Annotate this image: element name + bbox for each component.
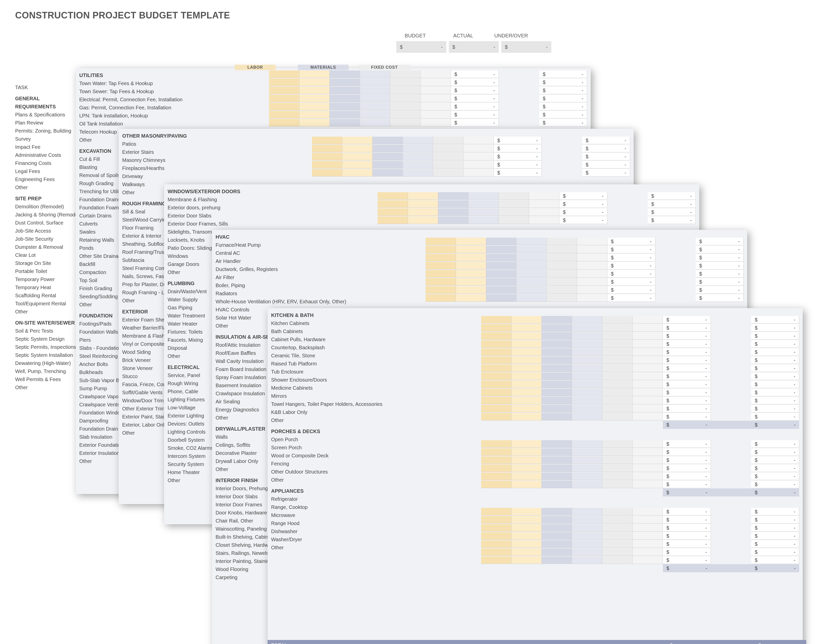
- labor1-cell[interactable]: [426, 270, 456, 277]
- labor2-cell[interactable]: [456, 262, 486, 269]
- mat2-cell[interactable]: [516, 238, 547, 245]
- actual-cell[interactable]: $-: [696, 278, 744, 286]
- fix1-cell[interactable]: [547, 270, 577, 277]
- labor1-cell[interactable]: [481, 348, 511, 356]
- fix1-cell[interactable]: [390, 103, 421, 110]
- mat1-cell[interactable]: [486, 294, 516, 302]
- mat1-cell[interactable]: [486, 254, 516, 261]
- labor1-cell[interactable]: [378, 192, 408, 200]
- labor1-cell[interactable]: [312, 153, 342, 160]
- budget-cell[interactable]: $-: [663, 356, 711, 364]
- labor2-cell[interactable]: [511, 316, 542, 324]
- fix2-cell[interactable]: [633, 548, 663, 556]
- labor1-cell[interactable]: [312, 145, 342, 152]
- labor1-cell[interactable]: [481, 389, 511, 396]
- budget-cell[interactable]: $-: [607, 270, 655, 277]
- mat2-cell[interactable]: [572, 548, 602, 556]
- mat1-cell[interactable]: [542, 481, 572, 488]
- mat2-cell[interactable]: [403, 169, 433, 177]
- budget-cell[interactable]: $-: [663, 556, 711, 564]
- mat1-cell[interactable]: [542, 473, 572, 480]
- budget-cell[interactable]: $-: [607, 238, 655, 245]
- fix2-cell[interactable]: [529, 192, 560, 200]
- fix2-cell[interactable]: [633, 456, 663, 464]
- labor1-cell[interactable]: [481, 405, 511, 412]
- mat1-cell[interactable]: [438, 192, 468, 200]
- mat1-cell[interactable]: [373, 169, 403, 177]
- mat1-cell[interactable]: [542, 548, 572, 556]
- fix1-cell[interactable]: [547, 286, 577, 294]
- labor2-cell[interactable]: [456, 294, 486, 302]
- fix1-cell[interactable]: [390, 79, 421, 86]
- labor2-cell[interactable]: [511, 456, 542, 464]
- actual-cell[interactable]: $-: [751, 440, 799, 448]
- actual-cell[interactable]: $-: [582, 145, 630, 152]
- labor1-cell[interactable]: [481, 508, 511, 515]
- mat1-cell[interactable]: [542, 397, 572, 404]
- actual-cell[interactable]: $-: [582, 169, 630, 177]
- budget-cell[interactable]: $-: [663, 316, 711, 324]
- labor2-cell[interactable]: [299, 111, 330, 118]
- fix2-cell[interactable]: [421, 79, 451, 86]
- mat1-cell[interactable]: [542, 456, 572, 464]
- budget-cell[interactable]: $-: [494, 161, 542, 169]
- labor1-cell[interactable]: [481, 381, 511, 388]
- budget-cell[interactable]: $-: [607, 246, 655, 253]
- mat1-cell[interactable]: [330, 111, 360, 118]
- actual-cell[interactable]: $-: [539, 95, 587, 102]
- fix2-cell[interactable]: [633, 389, 663, 396]
- labor2-cell[interactable]: [342, 145, 373, 152]
- fix2-cell[interactable]: [577, 254, 607, 261]
- fix2-cell[interactable]: [633, 405, 663, 412]
- mat2-cell[interactable]: [468, 192, 499, 200]
- mat1-cell[interactable]: [438, 208, 468, 216]
- mat1-cell[interactable]: [486, 278, 516, 286]
- fix1-cell[interactable]: [499, 200, 529, 208]
- labor1-cell[interactable]: [481, 473, 511, 480]
- mat2-cell[interactable]: [572, 348, 602, 356]
- budget-cell[interactable]: $-: [663, 397, 711, 404]
- mat2-cell[interactable]: [360, 119, 390, 127]
- actual-cell[interactable]: $-: [751, 540, 799, 548]
- labor2-cell[interactable]: [511, 556, 542, 564]
- mat1-cell[interactable]: [542, 516, 572, 523]
- labor1-cell[interactable]: [269, 103, 299, 110]
- mat2-cell[interactable]: [516, 262, 547, 269]
- mat2-cell[interactable]: [572, 324, 602, 332]
- actual-cell[interactable]: $-: [539, 111, 587, 118]
- labor1-cell[interactable]: [481, 464, 511, 472]
- fix2-cell[interactable]: [577, 246, 607, 253]
- fix2-cell[interactable]: [633, 364, 663, 372]
- budget-cell[interactable]: $-: [663, 381, 711, 388]
- fix2-cell[interactable]: [577, 294, 607, 302]
- mat1-cell[interactable]: [542, 340, 572, 348]
- labor1-cell[interactable]: [269, 119, 299, 127]
- fix1-cell[interactable]: [547, 238, 577, 245]
- labor1-cell[interactable]: [481, 340, 511, 348]
- budget-cell[interactable]: $-: [663, 548, 711, 556]
- mat1-cell[interactable]: [330, 71, 360, 78]
- budget-cell[interactable]: $-: [451, 71, 499, 78]
- fix2-cell[interactable]: [633, 448, 663, 456]
- budget-cell[interactable]: $-: [451, 87, 499, 94]
- mat1-cell[interactable]: [373, 153, 403, 160]
- labor2-cell[interactable]: [511, 508, 542, 515]
- fix2-cell[interactable]: [633, 556, 663, 564]
- fix2-cell[interactable]: [633, 372, 663, 380]
- labor1-cell[interactable]: [481, 556, 511, 564]
- mat2-cell[interactable]: [572, 473, 602, 480]
- mat2-cell[interactable]: [572, 372, 602, 380]
- fix2-cell[interactable]: [633, 464, 663, 472]
- fix1-cell[interactable]: [390, 111, 421, 118]
- mat1-cell[interactable]: [486, 286, 516, 294]
- actual-cell[interactable]: $-: [751, 340, 799, 348]
- labor2-cell[interactable]: [408, 208, 438, 216]
- fix1-cell[interactable]: [602, 397, 633, 404]
- labor1-cell[interactable]: [481, 332, 511, 340]
- budget-cell[interactable]: $-: [451, 111, 499, 118]
- mat1-cell[interactable]: [330, 103, 360, 110]
- fix2-cell[interactable]: [577, 286, 607, 294]
- mat1-cell[interactable]: [486, 270, 516, 277]
- budget-cell[interactable]: $-: [663, 508, 711, 515]
- fix1-cell[interactable]: [433, 161, 463, 169]
